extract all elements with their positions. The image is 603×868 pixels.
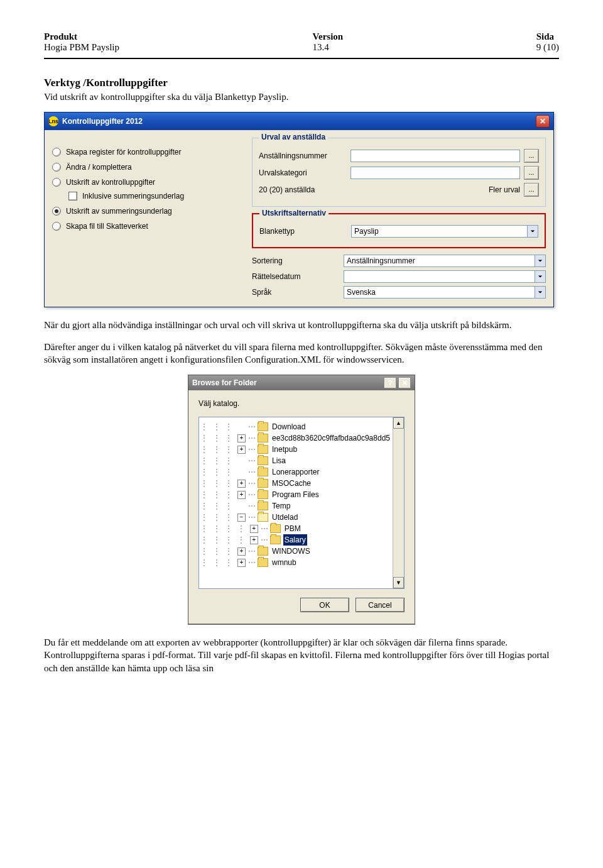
radio-label: Skapa register för kontrolluppgifter: [66, 148, 181, 157]
cancel-button[interactable]: Cancel: [356, 598, 405, 612]
tree-item[interactable]: ⋮ ⋮ ⋮ ⋯Lisa: [200, 455, 391, 466]
ok-button[interactable]: OK: [300, 598, 349, 612]
radio-icon[interactable]: [52, 222, 61, 231]
checkbox-icon[interactable]: [68, 192, 77, 201]
chevron-down-icon[interactable]: [535, 271, 545, 282]
checkbox-label: Inklusive summeringsunderlag: [82, 192, 184, 201]
chevron-down-icon[interactable]: [535, 287, 545, 298]
app-icon: Lns: [48, 116, 58, 126]
folder-icon: [258, 422, 268, 431]
radio-label: Ändra / komplettera: [66, 163, 132, 172]
checkbox-summering[interactable]: Inklusive summeringsunderlag: [52, 192, 241, 201]
combo-sprak[interactable]: Svenska: [344, 286, 546, 299]
chevron-down-icon[interactable]: [527, 226, 538, 237]
scroll-up-icon[interactable]: ▲: [393, 417, 404, 429]
intro-paragraph: Vid utskrift av kontrolluppgifter ska du…: [44, 91, 559, 103]
expand-icon[interactable]: +: [237, 491, 246, 499]
input-urvalskat[interactable]: [350, 167, 520, 179]
hdr-col3-label: Sida: [536, 31, 559, 42]
help-icon[interactable]: ?: [384, 377, 396, 388]
chevron-down-icon[interactable]: [535, 255, 545, 266]
radio-label: Skapa fil till Skatteverket: [66, 222, 148, 231]
folder-icon: [258, 513, 268, 522]
label-sprak: Språk: [252, 288, 340, 297]
titlebar[interactable]: Lns Kontrolluppgifter 2012 ✕: [45, 113, 553, 130]
tree-label[interactable]: Temp: [271, 500, 291, 512]
paragraph-3: Du får ett meddelande om att exporten av…: [44, 636, 559, 674]
combo-sortering[interactable]: Anställningsnummer: [344, 255, 546, 267]
tree-label[interactable]: Lisa: [271, 455, 287, 466]
combo-blankettyp[interactable]: Payslip: [351, 225, 538, 238]
tree-label[interactable]: ee3cd88b3620c9ffafbdaa0c9a8dd5: [271, 432, 391, 444]
paragraph-1: När du gjort alla nödvändiga inställning…: [44, 319, 559, 331]
tree-label[interactable]: Utdelad: [271, 512, 299, 523]
radio-utskrift-summering[interactable]: Utskrift av summeringsunderlag: [52, 207, 241, 216]
folder-icon: [258, 479, 268, 488]
hdr-col2-value: 13.4: [313, 42, 344, 53]
combo-rattelse[interactable]: [344, 270, 546, 283]
tree-label[interactable]: WINDOWS: [271, 546, 312, 557]
input-anstnr[interactable]: [350, 150, 520, 162]
label-sortering: Sortering: [252, 256, 340, 265]
expand-icon[interactable]: +: [237, 559, 246, 567]
radio-icon[interactable]: [52, 148, 61, 157]
fler-urval-button[interactable]: ...: [524, 183, 539, 197]
radio-skapa-fil[interactable]: Skapa fil till Skatteverket: [52, 222, 241, 231]
expand-icon[interactable]: +: [237, 446, 246, 454]
browse-anstnr-button[interactable]: ...: [524, 149, 539, 163]
radio-icon[interactable]: [52, 178, 61, 187]
browse-titlebar[interactable]: Browse for Folder ? ✕: [188, 375, 415, 390]
folder-icon: [270, 524, 281, 533]
tree-label[interactable]: MSOCache: [271, 478, 312, 489]
scrollbar[interactable]: ▲ ▼: [393, 417, 404, 588]
expand-icon[interactable]: +: [250, 536, 258, 544]
tree-item[interactable]: ⋮ ⋮ ⋮ ⋯Lonerapporter: [200, 466, 391, 478]
label-fler-urval: Fler urval: [489, 185, 520, 194]
radio-icon[interactable]: [52, 207, 61, 216]
tree-item[interactable]: ⋮ ⋮ ⋮ +⋯Inetpub: [200, 444, 391, 455]
folder-icon: [258, 490, 268, 499]
tree-label[interactable]: PBM: [283, 523, 302, 534]
scroll-down-icon[interactable]: ▼: [393, 577, 404, 588]
tree-label[interactable]: Lonerapporter: [271, 466, 320, 478]
browse-urvalskat-button[interactable]: ...: [524, 166, 539, 180]
tree-item[interactable]: ⋮ ⋮ ⋮ ⋮ +⋯Salary: [200, 534, 391, 546]
tree-item[interactable]: ⋮ ⋮ ⋮ +⋯Program Files: [200, 489, 391, 500]
tree-label[interactable]: Salary: [283, 534, 307, 546]
close-icon[interactable]: ✕: [536, 115, 550, 128]
tree-item[interactable]: ⋮ ⋮ ⋮ ⋯Temp: [200, 500, 391, 512]
tree-item[interactable]: ⋮ ⋮ ⋮ +⋯wmnub: [200, 557, 391, 568]
tree-item[interactable]: ⋮ ⋮ ⋮ +⋯ee3cd88b3620c9ffafbdaa0c9a8dd5: [200, 432, 391, 444]
folder-icon: [258, 547, 268, 556]
radio-utskrift-kontroll[interactable]: Utskrift av kontrolluppgifter: [52, 178, 241, 187]
radio-skapa-register[interactable]: Skapa register för kontrolluppgifter: [52, 148, 241, 157]
radio-icon[interactable]: [52, 163, 61, 172]
group-utskrift: Utskriftsalternativ Blankettyp Payslip: [252, 213, 546, 248]
expand-icon[interactable]: +: [237, 547, 246, 556]
collapse-icon[interactable]: −: [237, 514, 246, 522]
tree-item[interactable]: ⋮ ⋮ ⋮ ⋯Download: [200, 421, 391, 432]
folder-icon: [258, 502, 268, 510]
tree-label[interactable]: wmnub: [271, 557, 298, 568]
tree-item[interactable]: ⋮ ⋮ ⋮ +⋯MSOCache: [200, 478, 391, 489]
label-rattelse: Rättelsedatum: [252, 272, 340, 281]
folder-tree[interactable]: ⋮ ⋮ ⋮ ⋯Download⋮ ⋮ ⋮ +⋯ee3cd88b3620c9ffa…: [198, 417, 405, 589]
dialog-title: Kontrolluppgifter 2012: [62, 117, 143, 126]
radio-andra[interactable]: Ändra / komplettera: [52, 163, 241, 172]
tree-label[interactable]: Inetpub: [271, 444, 298, 455]
label-anstnr: Anställningsnummer: [259, 151, 347, 160]
folder-icon: [258, 434, 268, 442]
tree-item[interactable]: ⋮ ⋮ ⋮ −⋯Utdelad: [200, 512, 391, 523]
tree-label[interactable]: Download: [271, 421, 307, 432]
expand-icon[interactable]: +: [237, 434, 246, 442]
tree-item[interactable]: ⋮ ⋮ ⋮ +⋯WINDOWS: [200, 546, 391, 557]
label-count: 20 (20) anställda: [259, 185, 315, 194]
expand-icon[interactable]: +: [237, 480, 246, 488]
dialog-rule: [188, 624, 415, 624]
expand-icon[interactable]: +: [250, 525, 258, 533]
tree-item[interactable]: ⋮ ⋮ ⋮ ⋮ +⋯PBM: [200, 523, 391, 534]
folder-icon: [270, 536, 281, 544]
close-icon[interactable]: ✕: [398, 377, 411, 388]
tree-label[interactable]: Program Files: [271, 489, 320, 500]
hdr-col1-label: Produkt: [44, 31, 119, 42]
